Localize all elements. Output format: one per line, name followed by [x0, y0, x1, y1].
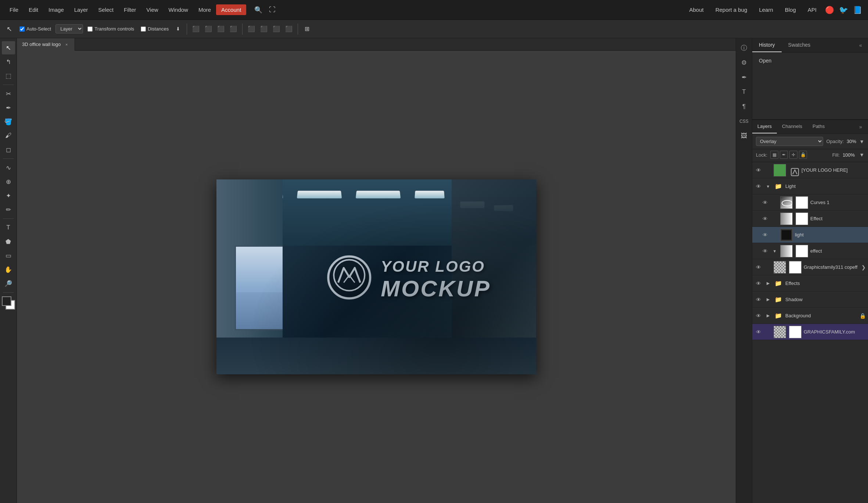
layer-item-logo-here[interactable]: 👁 ▶ [YOUR LOGO HERE] — [752, 162, 868, 178]
menu-select[interactable]: Select — [93, 4, 119, 15]
layer-item-shadow-folder[interactable]: 👁 ▶ 📁 Shadow — [752, 292, 868, 308]
reddit-icon[interactable]: 🔴 — [823, 4, 836, 16]
smudge-tool[interactable]: ∿ — [2, 161, 15, 174]
lock-all-icon[interactable]: 🔒 — [799, 151, 807, 159]
paragraph-icon[interactable]: ¶ — [738, 100, 751, 113]
layer-eye-light[interactable]: 👁 — [761, 231, 769, 239]
menu-about[interactable]: About — [684, 4, 709, 15]
menu-image[interactable]: Image — [43, 4, 69, 15]
menu-blog[interactable]: Blog — [780, 4, 801, 15]
eyedropper-tool[interactable]: ✒ — [2, 101, 15, 114]
lock-position-icon[interactable]: ✛ — [789, 151, 797, 159]
layer-item-light[interactable]: 👁 ▶ light — [752, 227, 868, 243]
info-icon[interactable]: ⓘ — [738, 41, 751, 54]
align-right-icon[interactable]: ⬛ — [216, 24, 226, 34]
layer-eye-graphicsfamily-bottom[interactable]: 👁 — [754, 328, 763, 336]
layer-eye-light-folder[interactable]: 👁 — [754, 182, 763, 190]
tab-paths[interactable]: Paths — [807, 120, 830, 133]
layer-expand-effect-lower[interactable]: ▼ — [771, 248, 778, 254]
path-tool[interactable]: ⬟ — [2, 235, 15, 248]
foreground-color-swatch[interactable] — [2, 296, 11, 306]
tab-close-button[interactable]: × — [64, 42, 69, 47]
layer-item-effect-lower[interactable]: 👁 ▼ effect — [752, 243, 868, 259]
layer-eye-graphicsfamily[interactable]: 👁 — [754, 263, 763, 271]
zoom-tool[interactable]: 🔎 — [2, 277, 15, 290]
menu-edit[interactable]: Edit — [24, 4, 43, 15]
crop-tool[interactable]: ✂ — [2, 87, 15, 100]
menu-layer[interactable]: Layer — [69, 4, 93, 15]
eraser-tool[interactable]: ◻ — [2, 143, 15, 156]
marquee-tool[interactable]: ⬚ — [2, 69, 15, 82]
layer-item-light-folder[interactable]: 👁 ▼ 📁 Light — [752, 178, 868, 195]
brush-settings-icon[interactable]: ✒ — [738, 71, 751, 84]
layer-item-effects-folder[interactable]: 👁 ▶ 📁 Effects — [752, 275, 868, 292]
lock-pixels-icon[interactable]: ✒ — [780, 151, 788, 159]
tab-layers[interactable]: Layers — [752, 120, 777, 133]
align-center-h-icon[interactable]: ⬛ — [203, 24, 214, 34]
lasso-tool[interactable]: ↰ — [2, 55, 15, 68]
layer-eye-effects-folder[interactable]: 👁 — [754, 279, 763, 288]
collapse-layers-button[interactable]: » — [856, 122, 866, 132]
collapse-history-button[interactable]: « — [856, 40, 866, 50]
align-justify-icon[interactable]: ⬛ — [228, 24, 238, 34]
twitter-icon[interactable]: 🐦 — [837, 4, 850, 16]
layers-list[interactable]: 👁 ▶ [YOUR LOGO HERE] — [752, 162, 868, 503]
grid-icon[interactable]: ⊞ — [302, 24, 312, 34]
download-icon[interactable]: ⬇ — [173, 25, 183, 33]
layer-arrow-graphicsfamily[interactable]: ❯ — [861, 264, 866, 270]
tab-channels[interactable]: Channels — [777, 120, 807, 133]
layer-expand-light-folder[interactable]: ▼ — [765, 183, 771, 190]
search-icon[interactable]: 🔍 — [251, 3, 265, 17]
fill-dropdown-icon[interactable]: ▼ — [859, 152, 864, 158]
layer-eye-shadow-folder[interactable]: 👁 — [754, 296, 763, 304]
menu-view[interactable]: View — [141, 4, 163, 15]
lock-transparent-icon[interactable]: ▦ — [770, 151, 778, 159]
layer-expand-effects-folder[interactable]: ▶ — [765, 280, 771, 287]
pen-tool[interactable]: ✏ — [2, 203, 15, 216]
layer-eye-background-folder[interactable]: 👁 — [754, 312, 763, 320]
layer-item-background-folder[interactable]: 👁 ▶ 📁 Background 🔒 — [752, 308, 868, 324]
text-tool[interactable]: T — [2, 221, 15, 234]
layer-select[interactable]: Layer Group — [55, 24, 83, 33]
layer-eye-effect-lower[interactable]: 👁 — [761, 247, 769, 255]
shape-tool[interactable]: ▭ — [2, 249, 15, 262]
layer-expand-shadow-folder[interactable]: ▶ — [765, 296, 771, 303]
distances-checkbox[interactable]: Distances — [139, 25, 171, 33]
heal-tool[interactable]: ✦ — [2, 189, 15, 202]
clone-tool[interactable]: ⊕ — [2, 175, 15, 188]
layer-eye-curves1[interactable]: 👁 — [761, 199, 769, 207]
type-icon[interactable]: T — [738, 85, 751, 99]
menu-more[interactable]: More — [193, 4, 216, 15]
layer-item-graphicsfamily-bottom[interactable]: 👁 ▶ GRAPHICSFAMILY.com — [752, 324, 868, 340]
menu-account[interactable]: Account — [216, 4, 246, 15]
menu-filter[interactable]: Filter — [119, 4, 141, 15]
layer-eye-logo-here[interactable]: 👁 — [754, 166, 763, 174]
paintbucket-tool[interactable]: 🪣 — [2, 115, 15, 128]
menu-report-bug[interactable]: Report a bug — [710, 4, 753, 15]
transform-checkbox[interactable]: Transform controls — [85, 25, 136, 33]
history-open-item[interactable]: Open — [757, 56, 863, 65]
menu-learn[interactable]: Learn — [754, 4, 778, 15]
adjustments-icon[interactable]: ⚙ — [738, 56, 751, 69]
tab-swatches[interactable]: Swatches — [782, 38, 817, 52]
canvas-viewport[interactable]: YOUR LOGO MOCKUP — [17, 51, 736, 503]
blend-mode-select[interactable]: Overlay Normal Multiply Screen — [756, 137, 823, 146]
layer-item-graphicsfamily[interactable]: 👁 ▶ Graphicsfamily311 copeff ❯ — [752, 259, 868, 275]
align-bottom-icon[interactable]: ⬛ — [271, 24, 281, 34]
brush-tool[interactable]: 🖌 — [2, 129, 15, 142]
css-icon[interactable]: CSS — [738, 115, 751, 128]
align-left-icon[interactable]: ⬛ — [191, 24, 201, 34]
distribute-v-icon[interactable]: ⬛ — [284, 24, 294, 34]
hand-tool[interactable]: ✋ — [2, 263, 15, 276]
tab-history[interactable]: History — [752, 38, 782, 52]
layer-item-curves1[interactable]: 👁 ▶ Curves 1 — [752, 195, 868, 211]
document-tab[interactable]: 3D office wall logo × — [17, 38, 75, 51]
transform-input[interactable] — [87, 26, 93, 32]
distances-input[interactable] — [141, 26, 146, 32]
layer-item-effect[interactable]: 👁 ▶ Effect — [752, 211, 868, 227]
color-picker[interactable] — [2, 296, 15, 310]
image-adjustments-icon[interactable]: 🖼 — [738, 129, 751, 143]
auto-select-input[interactable] — [19, 26, 25, 32]
menu-window[interactable]: Window — [164, 4, 193, 15]
layer-eye-effect[interactable]: 👁 — [761, 215, 769, 223]
